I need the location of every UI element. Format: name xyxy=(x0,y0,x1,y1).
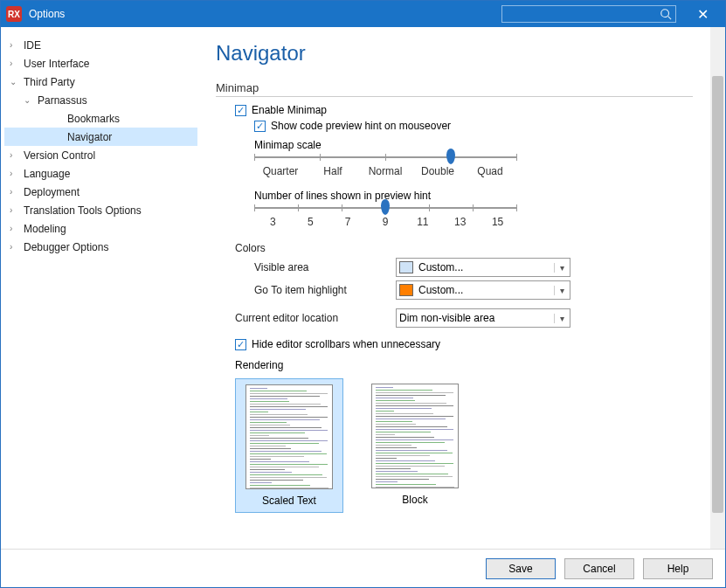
slider-tick-label: Half xyxy=(307,165,359,177)
chevron-right-icon: › xyxy=(10,59,20,68)
tree-item-label: Navigator xyxy=(67,131,112,143)
visible-area-combo[interactable]: Custom... ▾ xyxy=(396,258,570,277)
rendering-thumbnail xyxy=(245,384,333,489)
tree-item-modeling[interactable]: ›Modeling xyxy=(4,219,197,238)
tree-item-navigator[interactable]: Navigator xyxy=(4,128,197,146)
slider-tick-label: 3 xyxy=(254,216,292,228)
tree-item-label: Third Party xyxy=(24,76,75,88)
scale-label: Minimap scale xyxy=(254,139,693,151)
chevron-down-icon: ⌄ xyxy=(24,95,34,105)
tree-item-ide[interactable]: ›IDE xyxy=(4,36,197,54)
editor-location-combo[interactable]: Dim non-visible area ▾ xyxy=(396,308,570,328)
slider-tick-label: 7 xyxy=(329,216,367,228)
slider-tick-label: Quad xyxy=(464,165,516,177)
chevron-right-icon: › xyxy=(10,224,20,233)
chevron-down-icon: ▾ xyxy=(554,286,570,295)
slider-tick-label: Double xyxy=(411,165,464,177)
slider-tick-label: 15 xyxy=(479,216,516,228)
cancel-button[interactable]: Cancel xyxy=(564,558,634,579)
search-icon xyxy=(660,8,672,20)
window-title: Options xyxy=(29,8,65,20)
rendering-label: Rendering xyxy=(235,359,693,371)
slider-tick-label: 9 xyxy=(367,216,404,228)
slider-tick-label: Quarter xyxy=(254,165,307,177)
tree-item-translation-tools-options[interactable]: ›Translation Tools Options xyxy=(4,201,197,219)
tree-item-label: Deployment xyxy=(24,186,80,198)
tree-item-version-control[interactable]: ›Version Control xyxy=(4,146,197,164)
goto-highlight-label: Go To item highlight xyxy=(254,284,396,296)
tree-item-parnassus[interactable]: ⌄Parnassus xyxy=(4,91,197,109)
tree-item-label: IDE xyxy=(24,39,41,52)
tree-item-label: Debugger Options xyxy=(24,241,108,253)
chevron-down-icon: ▾ xyxy=(554,314,570,323)
chevron-down-icon: ⌄ xyxy=(10,77,20,86)
hide-scrollbars-label: Hide editor scrollbars when unnecessary xyxy=(252,338,440,350)
rendering-option-label: Block xyxy=(366,494,464,506)
tree-item-label: Bookmarks xyxy=(67,113,120,125)
content-panel: Navigator Minimap Enable Minimap Show co… xyxy=(202,27,710,549)
chevron-right-icon: › xyxy=(10,187,20,197)
goto-highlight-value: Custom... xyxy=(418,284,554,296)
editor-location-label: Current editor location xyxy=(235,312,396,324)
chevron-right-icon: › xyxy=(10,205,20,215)
slider-tick-label: 13 xyxy=(441,216,479,228)
enable-minimap-label: Enable Minimap xyxy=(252,104,327,116)
chevron-right-icon: › xyxy=(10,242,20,252)
visible-area-value: Custom... xyxy=(418,261,554,273)
rendering-option-label: Scaled Text xyxy=(241,495,337,507)
titlebar: RX Options ✕ xyxy=(1,1,725,27)
save-button[interactable]: Save xyxy=(486,558,556,579)
rendering-option-block[interactable]: Block xyxy=(361,378,469,513)
slider-thumb[interactable] xyxy=(381,199,390,215)
search-input[interactable] xyxy=(501,5,676,23)
scrollbar-thumb[interactable] xyxy=(712,76,723,513)
chevron-right-icon: › xyxy=(10,150,20,160)
visible-area-swatch xyxy=(399,261,413,273)
tree-item-label: Version Control xyxy=(24,149,95,162)
enable-minimap-row[interactable]: Enable Minimap xyxy=(235,104,693,116)
tree-item-label: Language xyxy=(24,168,70,180)
content-scrollbar[interactable] xyxy=(710,27,725,549)
app-icon: RX xyxy=(6,6,22,22)
tree-item-label: User Interface xyxy=(24,58,89,70)
help-button[interactable]: Help xyxy=(643,558,713,579)
lines-label: Number of lines shown in preview hint xyxy=(254,190,693,202)
show-preview-label: Show code preview hint on mouseover xyxy=(271,120,451,132)
close-button[interactable]: ✕ xyxy=(685,6,720,23)
tree-item-language[interactable]: ›Language xyxy=(4,164,197,183)
slider-thumb[interactable] xyxy=(446,149,455,164)
preview-lines-slider[interactable]: 3579111315 xyxy=(254,202,516,237)
footer: Save Cancel Help xyxy=(1,549,725,587)
rendering-option-scaled-text[interactable]: Scaled Text xyxy=(235,378,343,513)
tree-item-debugger-options[interactable]: ›Debugger Options xyxy=(4,238,197,256)
tree-item-label: Translation Tools Options xyxy=(24,204,142,217)
slider-tick-label: Normal xyxy=(359,165,411,177)
tree-item-label: Parnassus xyxy=(38,94,87,107)
goto-highlight-combo[interactable]: Custom... ▾ xyxy=(396,280,570,300)
minimap-scale-slider[interactable]: QuarterHalfNormalDoubleQuad xyxy=(254,151,516,186)
enable-minimap-checkbox[interactable] xyxy=(235,105,246,116)
editor-location-value: Dim non-visible area xyxy=(399,312,554,324)
section-minimap: Minimap xyxy=(216,81,693,97)
show-preview-checkbox[interactable] xyxy=(254,121,266,132)
svg-point-0 xyxy=(661,10,669,17)
chevron-right-icon: › xyxy=(10,40,20,50)
tree-item-deployment[interactable]: ›Deployment xyxy=(4,183,197,201)
tree-item-label: Modeling xyxy=(24,223,66,235)
svg-line-1 xyxy=(668,17,672,20)
colors-label: Colors xyxy=(235,242,693,254)
chevron-right-icon: › xyxy=(10,169,20,178)
goto-highlight-swatch xyxy=(399,284,413,296)
hide-scrollbars-row[interactable]: Hide editor scrollbars when unnecessary xyxy=(235,338,693,350)
tree-item-user-interface[interactable]: ›User Interface xyxy=(4,54,197,73)
rendering-thumbnail xyxy=(371,384,459,488)
visible-area-label: Visible area xyxy=(254,261,396,273)
tree-item-bookmarks[interactable]: Bookmarks xyxy=(4,109,197,128)
nav-tree: ›IDE›User Interface⌄Third Party⌄Parnassu… xyxy=(1,27,202,549)
hide-scrollbars-checkbox[interactable] xyxy=(235,339,246,350)
tree-item-third-party[interactable]: ⌄Third Party xyxy=(4,73,197,91)
page-title: Navigator xyxy=(216,41,693,66)
show-preview-row[interactable]: Show code preview hint on mouseover xyxy=(254,120,693,132)
slider-tick-label: 11 xyxy=(404,216,441,228)
chevron-down-icon: ▾ xyxy=(554,263,570,273)
